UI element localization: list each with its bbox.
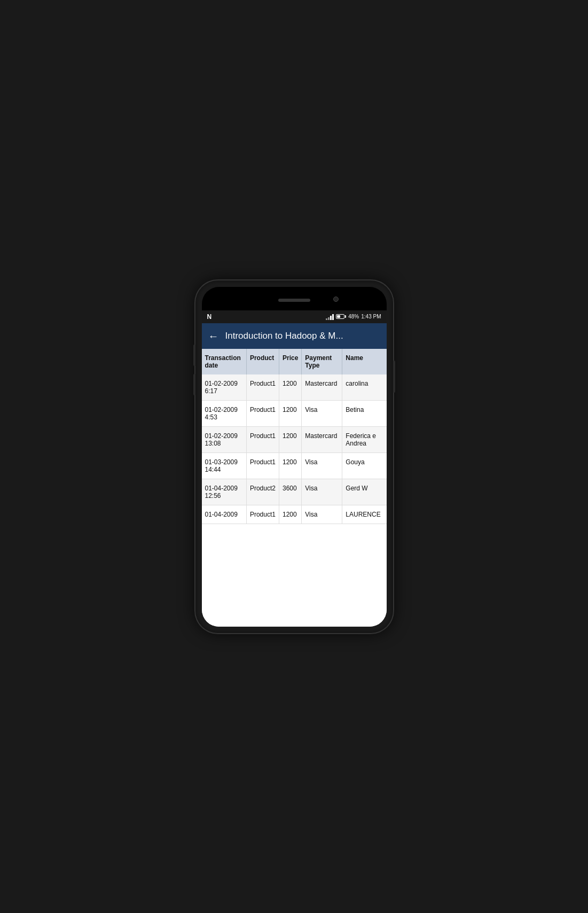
cell-transaction_date: 01-02-2009 6:17 — [202, 374, 247, 401]
table-header-row: Transaction date Product Price Payment T… — [202, 349, 387, 374]
cell-payment_type: Visa — [302, 452, 342, 479]
app-bar: ← Introduction to Hadoop & M... — [202, 323, 387, 349]
col-header-price: Price — [279, 349, 301, 374]
cell-transaction_date: 01-04-2009 — [202, 505, 247, 524]
cell-name: carolina — [342, 374, 387, 401]
cell-product: Product1 — [246, 452, 279, 479]
app-title: Introduction to Hadoop & M... — [225, 331, 380, 341]
cell-price: 1200 — [279, 505, 301, 524]
cell-price: 3600 — [279, 479, 301, 505]
cell-price: 1200 — [279, 374, 301, 401]
status-left: N — [207, 313, 212, 321]
signal-bar-1 — [326, 318, 327, 320]
table-row: 01-02-2009 13:08Product11200MastercardFe… — [202, 426, 387, 452]
col-header-name: Name — [342, 349, 387, 374]
signal-bar-3 — [330, 316, 332, 320]
table-row: 01-04-2009Product11200VisaLAURENCE — [202, 505, 387, 524]
volume-down-button[interactable] — [193, 374, 195, 395]
signal-bar-4 — [332, 314, 334, 320]
volume-up-button[interactable] — [193, 345, 195, 366]
table-row: 01-02-2009 4:53Product11200VisaBetina — [202, 400, 387, 426]
battery-fill — [337, 315, 340, 318]
cell-payment_type: Mastercard — [302, 374, 342, 401]
col-header-transaction-date: Transaction date — [202, 349, 247, 374]
cell-name: Gerd W — [342, 479, 387, 505]
battery-icon — [336, 314, 346, 319]
status-right: 48% 1:43 PM — [326, 314, 381, 320]
status-bar: N 48% 1:43 P — [202, 310, 387, 323]
cell-transaction_date: 01-04-2009 12:56 — [202, 479, 247, 505]
time-display: 1:43 PM — [361, 314, 381, 319]
col-header-product: Product — [246, 349, 279, 374]
cell-name: LAURENCE — [342, 505, 387, 524]
signal-icon — [326, 314, 334, 320]
carrier-icon: N — [207, 313, 212, 321]
cell-payment_type: Visa — [302, 479, 342, 505]
table-container[interactable]: Transaction date Product Price Payment T… — [202, 349, 387, 627]
table-row: 01-04-2009 12:56Product23600VisaGerd W — [202, 479, 387, 505]
cell-transaction_date: 01-03-2009 14:44 — [202, 452, 247, 479]
cell-payment_type: Visa — [302, 400, 342, 426]
cell-price: 1200 — [279, 400, 301, 426]
screen: N 48% 1:43 P — [202, 310, 387, 627]
cell-name: Gouya — [342, 452, 387, 479]
cell-name: Federica e Andrea — [342, 426, 387, 452]
phone-screen-container: N 48% 1:43 P — [202, 287, 387, 627]
signal-bar-2 — [328, 317, 330, 320]
cell-price: 1200 — [279, 452, 301, 479]
power-button[interactable] — [393, 361, 395, 393]
battery-percent: 48% — [348, 314, 359, 319]
battery-body — [336, 314, 344, 319]
cell-transaction_date: 01-02-2009 13:08 — [202, 426, 247, 452]
battery-tip — [345, 315, 346, 318]
cell-product: Product1 — [246, 426, 279, 452]
cell-product: Product1 — [246, 374, 279, 401]
cell-product: Product1 — [246, 505, 279, 524]
cell-product: Product2 — [246, 479, 279, 505]
data-table: Transaction date Product Price Payment T… — [202, 349, 387, 524]
table-row: 01-02-2009 6:17Product11200Mastercardcar… — [202, 374, 387, 401]
cell-product: Product1 — [246, 400, 279, 426]
col-header-payment-type: Payment Type — [302, 349, 342, 374]
cell-price: 1200 — [279, 426, 301, 452]
back-button[interactable]: ← — [208, 331, 219, 341]
cell-payment_type: Visa — [302, 505, 342, 524]
front-camera — [333, 296, 339, 302]
speaker — [278, 299, 310, 302]
cell-transaction_date: 01-02-2009 4:53 — [202, 400, 247, 426]
cell-name: Betina — [342, 400, 387, 426]
phone-device: N 48% 1:43 P — [195, 280, 393, 633]
cell-payment_type: Mastercard — [302, 426, 342, 452]
table-row: 01-03-2009 14:44Product11200VisaGouya — [202, 452, 387, 479]
